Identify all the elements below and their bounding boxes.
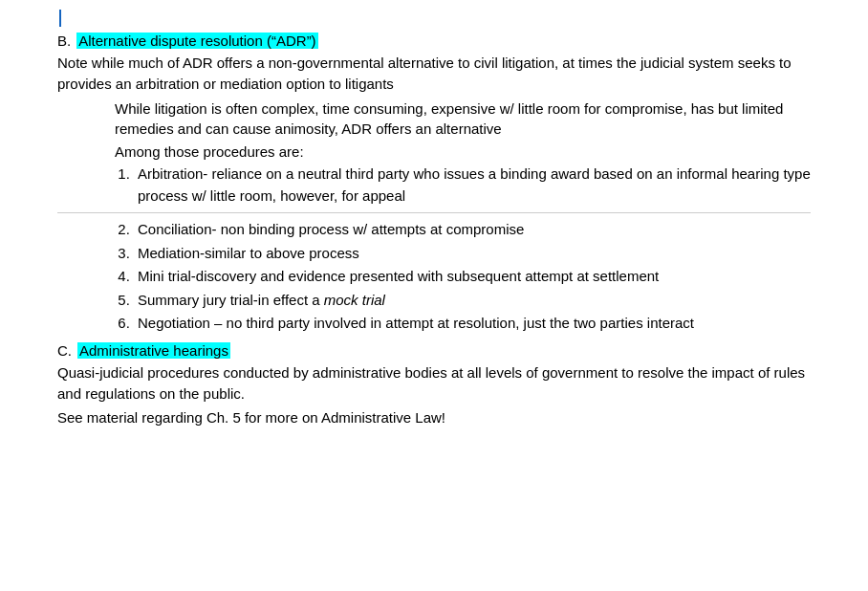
section-b-indented-block: While litigation is often complex, time … — [115, 98, 811, 141]
procedures-label: Among those procedures are: — [115, 143, 811, 160]
list-item-1-text: Arbitration- reliance on a neutral third… — [138, 165, 811, 204]
list-item-5-text: Summary jury trial-in effect a — [138, 292, 324, 308]
adr-list: Arbitration- reliance on a neutral third… — [134, 164, 811, 207]
section-b-body1: Note while much of ADR offers a non-gove… — [57, 53, 811, 95]
section-b-indented1: While litigation is often complex, time … — [115, 98, 811, 141]
list-item: Mini trial-discovery and evidence presen… — [134, 266, 811, 288]
list-item: Summary jury trial-in effect a mock tria… — [134, 290, 811, 312]
section-b-header: B. Alternative dispute resolution (“ADR”… — [57, 33, 811, 49]
list-item: Mediation-similar to above process — [134, 243, 811, 265]
section-b-title: Alternative dispute resolution (“ADR”) — [76, 33, 317, 49]
section-c-body2: See material regarding Ch. 5 for more on… — [57, 407, 811, 429]
list-item: Arbitration- reliance on a neutral third… — [134, 164, 811, 207]
text-cursor — [59, 10, 61, 27]
list-item-2-text: Conciliation- non binding process w/ att… — [138, 221, 524, 237]
list-item-3-text: Mediation-similar to above process — [138, 245, 359, 261]
list-divider — [57, 212, 811, 213]
section-c-label: C. — [57, 342, 72, 359]
list-item: Negotiation – no third party involved in… — [134, 313, 811, 335]
section-b-label: B. — [57, 33, 71, 49]
list-item-5-italic: mock trial — [324, 292, 385, 308]
section-c-header: C. Administrative hearings — [57, 342, 811, 359]
section-c-body1: Quasi-judicial procedures conducted by a… — [57, 362, 811, 405]
list-item-6-text: Negotiation – no third party involved in… — [138, 315, 694, 331]
list-item: Conciliation- non binding process w/ att… — [134, 219, 811, 241]
list-item-4-text: Mini trial-discovery and evidence presen… — [138, 268, 659, 284]
section-c-title: Administrative hearings — [77, 342, 230, 359]
adr-list-continued: Conciliation- non binding process w/ att… — [134, 219, 811, 335]
